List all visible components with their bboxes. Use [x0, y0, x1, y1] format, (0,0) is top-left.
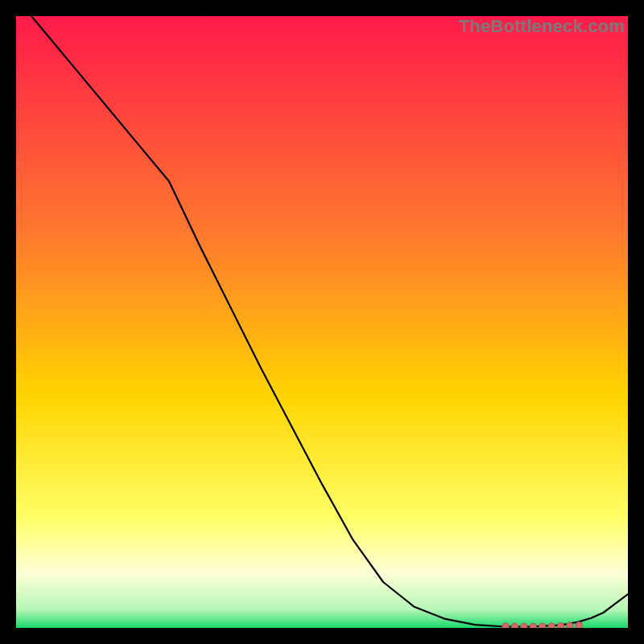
marker-point — [521, 623, 527, 628]
marker-point — [511, 623, 518, 628]
marker-point — [539, 623, 545, 628]
plot-area: TheBottleneck.com — [16, 16, 628, 628]
marker-cluster — [502, 622, 583, 628]
data-line — [16, 16, 628, 626]
chart-overlay — [16, 16, 628, 628]
marker-point — [530, 623, 536, 628]
marker-point — [576, 622, 582, 628]
chart-frame: TheBottleneck.com — [0, 0, 644, 644]
marker-point — [567, 622, 573, 628]
marker-point — [548, 623, 555, 628]
marker-point — [502, 623, 509, 628]
marker-point — [557, 623, 564, 629]
